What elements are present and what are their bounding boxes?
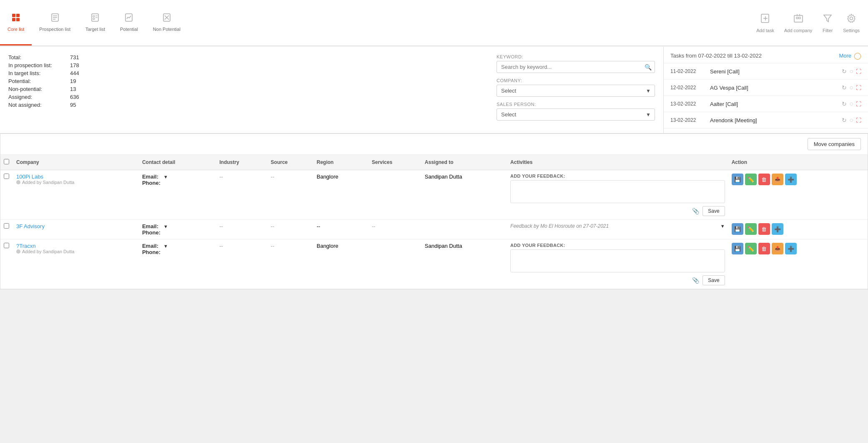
stat-total-label: Total: [8, 54, 67, 60]
add-task-button[interactable]: Add task [756, 13, 774, 33]
stat-total-value: 731 [70, 54, 79, 60]
tab-non-potential[interactable]: Non Potential [146, 0, 188, 45]
task-external-link-icon[interactable]: ⛶ [856, 117, 861, 123]
company-cell: 3F Advisory [13, 220, 139, 239]
feedback-save-button[interactable]: Save [702, 206, 725, 216]
task-refresh-icon[interactable]: ↻ [842, 117, 847, 123]
contact-chevron-down-icon[interactable]: ▼ [163, 174, 168, 179]
feedback-save-button[interactable]: Save [702, 275, 725, 285]
sales-select-wrap: Select ▼ [497, 108, 655, 121]
feedback-footer: 📎 Save [510, 275, 725, 285]
company-sub-dot [16, 249, 20, 254]
region-value: Banglore [316, 174, 338, 180]
feedback-chevron-down-icon[interactable]: ▼ [720, 224, 725, 229]
phone-label: Phone: [142, 229, 161, 236]
add-company-button[interactable]: Add company [784, 13, 812, 33]
app-body: Core list Prospection list [0, 0, 868, 443]
keyword-input[interactable] [497, 61, 655, 73]
company-link[interactable]: 3F Advisory [16, 223, 45, 229]
sales-select[interactable]: Select [497, 108, 655, 121]
move-companies-button[interactable]: Move companies [808, 138, 861, 150]
source-cell: -- [267, 220, 313, 239]
delete-button[interactable]: 🗑 [758, 174, 770, 185]
feedback-textarea[interactable] [510, 180, 725, 203]
filter-company-group: COMPANY: Select ▼ [497, 78, 655, 97]
task-circle-icon[interactable]: ○ [849, 100, 853, 108]
export-button[interactable]: 📤 [772, 243, 783, 254]
task-circle-icon[interactable]: ○ [849, 116, 853, 124]
task-refresh-icon[interactable]: ↻ [842, 68, 847, 75]
svg-rect-0 [12, 14, 15, 17]
feedback-textarea[interactable] [510, 249, 725, 272]
tab-core-list[interactable]: Core list [0, 0, 32, 45]
source-value: -- [271, 223, 274, 229]
export-button[interactable]: 📤 [772, 174, 783, 185]
contact-chevron-down-icon[interactable]: ▼ [163, 244, 168, 249]
contact-email-row: Email: ▼ [142, 243, 213, 249]
tasks-more-link[interactable]: More [839, 53, 851, 59]
edit-button[interactable]: ✏️ [745, 223, 757, 235]
select-all-cell [0, 155, 13, 170]
task-circle-icon[interactable]: ○ [849, 68, 853, 75]
task-refresh-icon[interactable]: ↻ [842, 101, 847, 107]
tab-potential[interactable]: Potential [113, 0, 146, 45]
stat-target: In target lists: 444 [8, 70, 488, 76]
row-checkbox[interactable] [4, 174, 9, 179]
add-company-label: Add company [784, 28, 812, 33]
delete-button[interactable]: 🗑 [758, 243, 770, 254]
company-cell: ?Tracxn Added by Sandipan Dutta [13, 239, 139, 289]
stat-not-assigned-label: Not assigned: [8, 102, 67, 108]
task-name[interactable]: Aalter [Call] [710, 101, 838, 107]
task-external-link-icon[interactable]: ⛶ [856, 85, 861, 91]
settings-icon [846, 13, 857, 26]
company-link[interactable]: 100Pi Labs [16, 174, 43, 180]
table-row: 3F Advisory Email: ▼ Phone: -- -- -- -- … [0, 220, 868, 239]
save-button[interactable]: 💾 [732, 243, 743, 254]
task-name[interactable]: AG Vespa [Call] [710, 85, 838, 91]
task-circle-icon[interactable]: ○ [849, 84, 853, 91]
task-actions: ↻ ○ ⛶ [842, 84, 861, 91]
email-label: Email: [142, 174, 158, 180]
task-refresh-icon[interactable]: ↻ [842, 84, 847, 91]
activities-cell: ADD YOUR FEEDBACK: 📎 Save [507, 239, 728, 289]
add-button[interactable]: ➕ [785, 243, 797, 254]
task-actions: ↻ ○ ⛶ [842, 68, 861, 75]
contact-chevron-down-icon[interactable]: ▼ [163, 224, 168, 229]
row-checkbox[interactable] [4, 243, 9, 248]
company-link[interactable]: ?Tracxn [16, 243, 35, 249]
toolbar-actions: Add task Add company [748, 0, 868, 45]
tab-target-label: Target list [85, 27, 105, 32]
task-date: 13-02-2022 [670, 117, 706, 123]
contact-cell: Email: ▼ Phone: [139, 220, 216, 239]
settings-button[interactable]: Settings [843, 13, 860, 33]
filter-button[interactable]: Filter [822, 13, 833, 33]
task-external-link-icon[interactable]: ⛶ [856, 101, 861, 107]
task-name[interactable]: Sereni [Call] [710, 68, 838, 75]
edit-button[interactable]: ✏️ [745, 174, 757, 185]
task-date: 12-02-2022 [670, 85, 706, 91]
stat-assigned: Assigned: 636 [8, 94, 488, 100]
col-contact: Contact detail [139, 155, 216, 170]
delete-button[interactable]: 🗑 [758, 223, 770, 235]
row-checkbox[interactable] [4, 223, 9, 229]
industry-value: -- [219, 223, 223, 229]
col-company: Company [13, 155, 139, 170]
industry-value: -- [219, 174, 223, 180]
table-toolbar: Move companies [0, 134, 868, 155]
add-button[interactable]: ➕ [772, 223, 783, 235]
attach-icon[interactable]: 📎 [692, 277, 699, 284]
select-all-checkbox[interactable] [4, 159, 9, 164]
tab-target-list[interactable]: Target list [78, 0, 113, 45]
company-select[interactable]: Select [497, 85, 655, 97]
task-external-link-icon[interactable]: ⛶ [856, 68, 861, 75]
edit-button[interactable]: ✏️ [745, 243, 757, 254]
save-button[interactable]: 💾 [732, 223, 743, 235]
save-button[interactable]: 💾 [732, 174, 743, 185]
tab-prospection-list[interactable]: Prospection list [32, 0, 78, 45]
add-button[interactable]: ➕ [785, 174, 797, 185]
assigned-value: Sandipan Dutta [425, 243, 462, 249]
services-cell: -- [369, 220, 421, 239]
task-row: 13-02-2022 Arendonk [Meeting] ↻ ○ ⛶ [664, 112, 868, 128]
attach-icon[interactable]: 📎 [692, 208, 699, 214]
task-name[interactable]: Arendonk [Meeting] [710, 117, 838, 123]
